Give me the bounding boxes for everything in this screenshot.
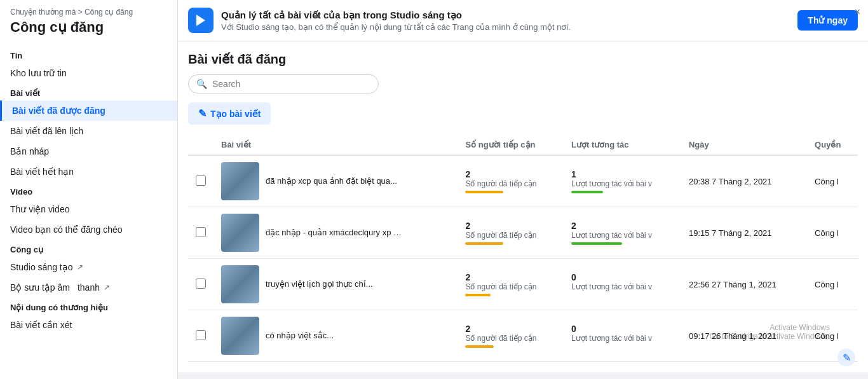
floating-edit-button[interactable]: ✎ — [837, 348, 855, 366]
interact-number: 2 — [571, 221, 674, 231]
banner-close-button[interactable]: × — [855, 6, 860, 18]
sidebar-item-ban-nhap[interactable]: Bản nháp — [0, 141, 177, 162]
col-checkbox — [188, 135, 214, 155]
interact-label: Lượt tương tác với bài v — [571, 179, 674, 188]
reach-label: Số người đã tiếp cận — [465, 282, 556, 291]
sidebar-item-video-dang-cheo[interactable]: Video bạn có thể đăng chéo — [0, 219, 177, 240]
play-icon — [193, 13, 208, 28]
post-thumbnail — [221, 265, 259, 303]
table-row: truyện việt lịch gọi thực chỉ... 2 Số ng… — [188, 259, 858, 310]
sidebar-item-bo-suu-tap-am-thanh[interactable]: Bộ sưu tập âm thanh ↗ — [0, 277, 177, 298]
row-checkbox-cell — [188, 259, 214, 310]
sidebar-item-label: Bài viết cần xét — [10, 320, 72, 330]
col-date: Ngày — [681, 135, 807, 155]
reach-cell: 2 Số người đã tiếp cận — [458, 207, 564, 259]
col-privacy: Quyền — [807, 135, 858, 155]
edit-icon-symbol: ✎ — [843, 352, 851, 364]
sidebar-item-label: Video bạn có thể đăng chéo — [10, 224, 123, 235]
interact-label: Lượt tương tác với bài v — [571, 231, 674, 240]
reach-cell: 2 Số người đã tiếp cận — [458, 259, 564, 310]
sidebar-item-label: Studio sáng tạo — [10, 262, 73, 272]
sidebar-item-label: Thư viện video — [10, 204, 69, 214]
banner-desc: Với Studio sáng tạo, bạn có thể quản lý … — [221, 22, 790, 32]
date-cell: 20:38 7 Tháng 2, 2021 — [681, 155, 807, 207]
interact-bar — [571, 242, 622, 245]
row-checkbox[interactable] — [196, 330, 206, 340]
banner-text: Quản lý tất cả bài viết của bạn trong St… — [221, 10, 790, 32]
date-cell: 19:15 7 Tháng 2, 2021 — [681, 207, 807, 259]
reach-number: 2 — [465, 324, 556, 334]
interact-label: Lượt tương tác với bài v — [571, 334, 674, 343]
post-text: có nhập việt sắc... — [266, 330, 334, 341]
date-cell: 22:56 27 Tháng 1, 2021 — [681, 259, 807, 310]
row-checkbox-cell — [188, 207, 214, 259]
post-thumbnail — [221, 214, 259, 252]
external-link-icon: ↗ — [77, 263, 83, 272]
sidebar-item-label: Kho lưu trữ tin — [10, 68, 67, 78]
privacy-cell: Công l — [807, 207, 858, 259]
interact-cell: 0 Lượt tương tác với bài v — [564, 259, 681, 310]
try-now-button[interactable]: Thử ngay — [797, 10, 858, 31]
date-cell: 09:17 26 Tháng 1, 2021 — [681, 310, 807, 362]
privacy-cell: Công l — [807, 155, 858, 207]
reach-bar — [465, 294, 491, 296]
interact-cell: 0 Lượt tương tác với bài v — [564, 310, 681, 362]
table-row: có nhập việt sắc... 2 Số người đã tiếp c… — [188, 310, 858, 362]
interact-cell: 2 Lượt tương tác với bài v — [564, 207, 681, 259]
interact-number: 0 — [571, 324, 674, 334]
sidebar-item-label: Bộ sưu tập âm — [10, 282, 70, 293]
post-cell: đặc nhập - quản xmácdeclqury xp cuối... — [214, 207, 458, 259]
svg-marker-0 — [196, 15, 205, 26]
search-icon: 🔍 — [196, 79, 207, 89]
sidebar-header: Chuyện thường mà > Công cụ đăng Công cụ … — [0, 0, 177, 46]
sidebar-item-bai-viet-can-xet[interactable]: Bài viết cần xét — [0, 315, 177, 335]
breadcrumb-parent[interactable]: Chuyện thường mà — [10, 8, 76, 17]
sidebar-item-label: Bản nháp — [10, 146, 49, 156]
reach-bar — [465, 242, 503, 245]
col-post: Bài viết — [214, 135, 458, 155]
interact-label: Lượt tương tác với bài v — [571, 282, 674, 291]
sidebar-item-bai-viet-da-duoc-dang[interactable]: Bài viết đã được đăng — [0, 100, 177, 121]
post-text: truyện việt lịch gọi thực chỉ... — [266, 279, 373, 290]
row-checkbox[interactable] — [196, 279, 206, 289]
sidebar-item-thu-vien-video[interactable]: Thư viện video — [0, 199, 177, 219]
interact-number: 1 — [571, 169, 674, 179]
breadcrumb[interactable]: Chuyện thường mà > Công cụ đăng — [10, 8, 167, 17]
row-checkbox[interactable] — [196, 227, 206, 237]
search-input[interactable] — [212, 79, 370, 89]
reach-number: 2 — [465, 272, 556, 282]
sidebar-item-studio-sang-tao[interactable]: Studio sáng tạo ↗ — [0, 257, 177, 277]
post-text: đặc nhập - quản xmácdeclqury xp cuối... — [266, 227, 405, 238]
post-thumbnail — [221, 162, 259, 200]
post-cell: đã nhập xcp qua ảnh đặt biệt qua... — [214, 155, 458, 207]
reach-label: Số người đã tiếp cận — [465, 231, 556, 240]
banner-title: Quản lý tất cả bài viết của bạn trong St… — [221, 10, 790, 21]
col-reach: Số người tiếp cận — [458, 135, 564, 155]
post-cell: có nhập việt sắc... — [214, 310, 458, 362]
reach-label: Số người đã tiếp cận — [465, 334, 556, 343]
content-title: Bài viết đã đăng — [188, 52, 858, 67]
sidebar-item-kho-luu-tru-tin[interactable]: Kho lưu trữ tin — [0, 63, 177, 83]
breadcrumb-sep: > — [78, 8, 85, 17]
create-post-button[interactable]: ✎ Tạo bài viết — [188, 102, 271, 125]
section-label-noi-dung: Nội dung có thương hiệu — [0, 298, 177, 315]
reach-number: 2 — [465, 221, 556, 231]
row-checkbox[interactable] — [196, 176, 206, 186]
main-content: Quản lý tất cả bài viết của bạn trong St… — [178, 0, 868, 379]
breadcrumb-current: Công cụ đăng — [85, 8, 133, 17]
external-link-icon-2: ↗ — [104, 283, 110, 292]
sidebar-item-bai-viet-da-len-lich[interactable]: Bài viết đã lên lịch — [0, 121, 177, 141]
table-row: đặc nhập - quản xmácdeclqury xp cuối... … — [188, 207, 858, 259]
edit-icon: ✎ — [198, 107, 207, 120]
reach-cell: 2 Số người đã tiếp cận — [458, 155, 564, 207]
reach-bar — [465, 345, 494, 348]
sidebar-item-bai-viet-het-han[interactable]: Bài viết hết hạn — [0, 162, 177, 182]
search-bar: 🔍 — [188, 74, 379, 93]
create-post-label: Tạo bài viết — [210, 109, 261, 119]
post-cell: truyện việt lịch gọi thực chỉ... — [214, 259, 458, 310]
sidebar-item-label: Bài viết hết hạn — [10, 167, 74, 177]
reach-bar — [465, 191, 503, 193]
row-checkbox-cell — [188, 310, 214, 362]
row-checkbox-cell — [188, 155, 214, 207]
promo-banner: Quản lý tất cả bài viết của bạn trong St… — [178, 0, 868, 41]
